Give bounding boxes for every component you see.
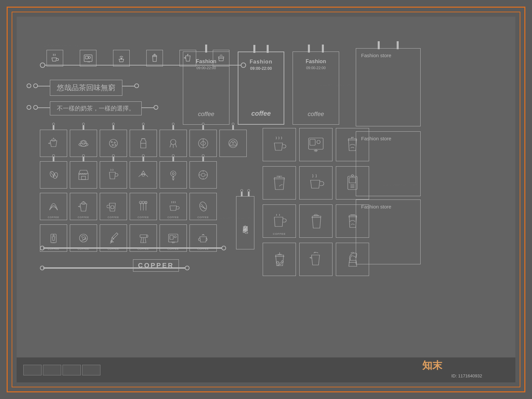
watermark-1: 知末网www.znzmo.com [43, 43, 78, 48]
icon-plate [70, 130, 97, 157]
svg-point-12 [115, 145, 116, 146]
panel3-pin1 [308, 45, 310, 53]
icon-spoons: COFFEE [130, 193, 157, 220]
icon-cup-steam: COFFEE [160, 193, 187, 220]
dot-2-5 [172, 154, 175, 157]
svg-point-11 [112, 144, 113, 146]
icon-label-pot2: COFFEE [78, 216, 89, 218]
svg-point-7 [81, 141, 85, 144]
pin-2-5 [173, 157, 174, 162]
bottom-box-2 [43, 365, 61, 375]
dot-2-4 [142, 154, 145, 157]
banner2-right-line [142, 107, 155, 108]
svg-rect-32 [170, 235, 173, 239]
banner2-left-dot [33, 105, 38, 110]
dot-1-2 [82, 123, 85, 125]
icon-beans [40, 161, 67, 189]
right-icon-bubble-tea [263, 243, 296, 276]
pin-1-2 [83, 125, 84, 130]
dot-1-7 [232, 123, 234, 125]
svg-point-43 [278, 264, 279, 266]
dot-1-1 [52, 123, 55, 125]
pin-1-7 [232, 125, 234, 130]
banner2-text: 不一樣的奶茶，一樣的選擇。 [50, 101, 142, 115]
right-icon-grinder [336, 166, 369, 200]
icon-coffee-bean: COFFEE [190, 193, 217, 220]
vpanel-pin1 [241, 192, 242, 197]
panel2-bottom: coffee [251, 110, 271, 117]
icon-croissant: COFFEE [40, 193, 67, 220]
dot-2-2 [82, 154, 85, 157]
fsp1-title: Fashion store [356, 49, 420, 62]
icon-label-mug2: COFFEE [108, 216, 119, 218]
rb2-right-dot [185, 266, 190, 270]
banner2-right-dot [154, 105, 158, 110]
panel1-title: Fashion [196, 59, 216, 65]
icon-mug2: COFFEE [100, 193, 127, 220]
fashion-store-panel-1: Fashion store [356, 48, 421, 126]
right-icon-iced-cup2 [336, 204, 369, 238]
panel2-pin1 [253, 45, 255, 53]
bottom-box-4 [82, 365, 100, 375]
icon-wifi-cup [113, 50, 130, 66]
svg-point-13 [171, 139, 176, 145]
panel3-title: Fashion [306, 59, 326, 65]
right-icon-row-2 [263, 166, 369, 200]
rb1-right-dot [221, 246, 226, 250]
panel2-time: 09:00-22:00 [250, 66, 272, 71]
banner1-area: 悠哉品茶回味無窮 [50, 80, 122, 96]
icon-shop [70, 161, 97, 189]
pin-2-2 [83, 157, 84, 162]
svg-point-23 [111, 205, 114, 209]
svg-text:Co: Co [82, 237, 86, 240]
icon-hands [130, 161, 157, 189]
panel3-time: 09:00-22:00 [306, 66, 326, 70]
icon-coffee-machine [80, 50, 96, 66]
id-text: ID: 1171640932 [451, 373, 482, 378]
pin-1-5 [173, 125, 174, 130]
svg-point-19 [142, 174, 145, 176]
bottom-box-3 [63, 365, 81, 375]
brand-logo: 知末 [422, 359, 442, 372]
svg-point-10 [114, 142, 115, 143]
right-icon-row-4 [263, 243, 369, 276]
icon-utensils [160, 130, 187, 157]
icon-coffee-pot2: COFFEE [70, 193, 97, 220]
pin-1-3 [113, 125, 114, 130]
right-icon-togo-cup [299, 204, 332, 238]
svg-rect-27 [51, 234, 56, 243]
svg-point-20 [172, 173, 174, 175]
panel2-title: Fashion [250, 59, 272, 65]
main-content: 知末网www.znzmo.com 知末网www.znzmo.com 知末网www… [17, 17, 515, 382]
right-icon-coffee-pitcher [299, 243, 332, 276]
rolling-bar-2 [40, 263, 190, 273]
banner1-right-line [122, 86, 136, 86]
icon-row-3: COFFEE COFFEE COFFEE [40, 193, 217, 220]
svg-point-28 [53, 235, 54, 236]
right-label-coffee3: COFFEE [273, 232, 286, 235]
svg-point-33 [174, 236, 176, 238]
svg-rect-38 [349, 178, 356, 183]
vpanel-dot2 [247, 189, 250, 192]
dot-1-5 [172, 123, 175, 125]
banner1-right-dot [134, 83, 139, 88]
banner1-left-line [37, 86, 50, 86]
vertical-panel: 交個朋友吧 [236, 196, 254, 249]
pin-1-4 [143, 125, 144, 130]
vpanel-pin2 [248, 192, 250, 197]
panel1-pin [205, 45, 207, 53]
fsp1-pin1 [378, 41, 380, 49]
icon-espresso-art [190, 161, 217, 189]
dot-1-4 [142, 123, 145, 125]
right-icon-row-3: COFFEE [263, 204, 369, 238]
right-icon-hot-cup [299, 166, 332, 200]
pin-2-4 [143, 157, 144, 162]
banner2-left-line [37, 107, 50, 108]
icon-coffee-steam [47, 50, 63, 66]
icon-label-croissant: COFFEE [48, 216, 59, 218]
pin-2-3 [113, 157, 114, 162]
dot-2-1 [52, 154, 55, 157]
icon-coffee-art [219, 130, 247, 157]
icon-location [160, 161, 187, 189]
right-icon-iced-drink [263, 166, 296, 200]
